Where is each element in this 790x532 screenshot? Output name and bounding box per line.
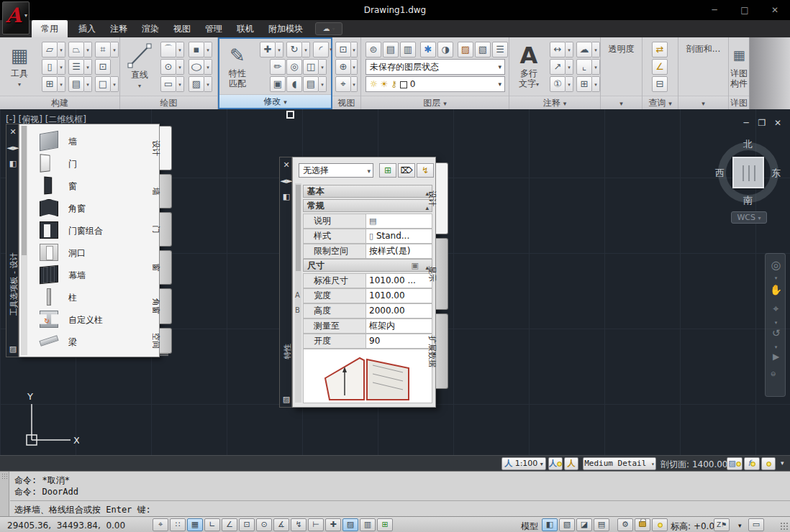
palette-tab-design[interactable]: 设计 xyxy=(160,126,172,170)
array-button[interactable]: ▤ xyxy=(303,76,319,92)
layer-dropdown[interactable]: ☼ ☀ ⚷ 0 ▾ xyxy=(366,76,505,92)
panel-label-detail[interactable]: 详图 xyxy=(729,96,749,109)
toggle-pickadd-button[interactable]: ↯ xyxy=(417,163,434,178)
panel-label-draw[interactable]: 绘图 xyxy=(120,96,217,109)
view-flyout-3[interactable]: ▾ xyxy=(351,76,358,92)
viewport-close-icon[interactable]: ✕ xyxy=(771,118,784,128)
arc-button[interactable]: ⌒ xyxy=(160,42,176,58)
section-general[interactable]: 常规▴ xyxy=(303,199,432,212)
properties-tab-display[interactable]: 显示 xyxy=(436,238,448,310)
palette-close-icon[interactable]: ✕ xyxy=(6,127,19,137)
roof-flyout[interactable]: ▾ xyxy=(84,42,92,58)
window-flyout[interactable]: ▾ xyxy=(58,76,65,92)
row-description[interactable]: 说明 ▤ xyxy=(303,214,432,229)
viewcube-west[interactable]: 西 xyxy=(715,167,725,180)
layer-key-overrides-toggle[interactable]: f xyxy=(744,457,760,470)
panel-label-layers[interactable]: 图层 ▾ xyxy=(361,96,509,109)
circle-button[interactable]: ⊙ xyxy=(160,59,176,75)
connect-cloud-button[interactable]: ☁ ▾ xyxy=(315,22,342,35)
point-flyout[interactable]: ▾ xyxy=(204,42,212,58)
layer-walk-button[interactable]: ▧ xyxy=(475,42,491,58)
panel-label-view[interactable]: 视图 xyxy=(332,96,360,109)
quick-properties-toggle[interactable]: ⊞ xyxy=(377,518,393,531)
quick-view-drawings-button[interactable]: ▤ xyxy=(594,518,609,531)
layer-off-button[interactable]: ◑ xyxy=(437,42,453,58)
tool-door-window-assembly[interactable]: 门窗组合 xyxy=(31,219,158,242)
section-title[interactable]: 剖面和... xyxy=(678,43,728,55)
drawing-canvas[interactable]: [-] [俯视] [二维线框] ─ ❐ ✕ 北 西 东 南 WCS ▾ ◎ ▾ … xyxy=(0,109,790,455)
mass-element-button[interactable]: □ xyxy=(95,76,111,92)
minimize-button[interactable]: ─ xyxy=(705,4,724,16)
crosshair-toggle[interactable]: ✚ xyxy=(325,518,341,531)
stairs-flyout[interactable]: ▾ xyxy=(84,59,92,75)
quick-view-layouts-button[interactable]: ◪ xyxy=(576,518,592,531)
toolbar-lock-button[interactable] xyxy=(635,518,650,531)
tool-beam[interactable]: 梁 xyxy=(31,331,158,353)
column-grid-flyout[interactable]: ▾ xyxy=(111,42,119,58)
coordinates-readout[interactable]: 29405.36, 34493.84, 0.00 xyxy=(7,520,125,531)
panel-label-annotate[interactable]: 注释 ▾ xyxy=(509,96,600,109)
wcs-dropdown[interactable]: WCS ▾ xyxy=(731,211,767,224)
panel-label-transparency[interactable]: ▾ xyxy=(601,96,642,109)
3d-mirror-button[interactable]: ▣ xyxy=(270,76,286,92)
transparency-title[interactable]: 透明度 xyxy=(601,43,642,55)
application-menu-button[interactable]: A ▾ xyxy=(2,1,29,35)
maximize-button[interactable]: □ xyxy=(735,4,754,16)
multileader-button[interactable]: ⌞ xyxy=(576,59,592,75)
isolate-objects-toggle[interactable] xyxy=(761,457,776,470)
palette-tab-walls[interactable]: 墙 xyxy=(160,174,172,208)
curtain-wall-flyout[interactable]: ▾ xyxy=(84,76,92,92)
tab-insert[interactable]: 插入 xyxy=(69,20,105,37)
column-grid-button[interactable]: ⌗ xyxy=(95,42,111,58)
palette-tab-corner-windows[interactable]: 角窗 xyxy=(160,288,172,324)
row-standard-size[interactable]: 标准尺寸 1010.00 ... xyxy=(303,273,432,288)
quick-select-button[interactable]: ⊞ xyxy=(379,163,396,178)
table-button[interactable]: ⊞ xyxy=(576,76,592,92)
navigation-wheel-icon[interactable]: ◎ xyxy=(766,258,786,272)
layout-tab-button[interactable]: ▧ xyxy=(559,518,575,531)
orbit-icon[interactable]: ↺ xyxy=(766,327,786,339)
quick-calc-button[interactable]: ⊟ xyxy=(652,76,668,92)
layer-match-button[interactable]: ▤ xyxy=(383,42,399,58)
zoom-flyout-icon[interactable]: ▾ xyxy=(766,320,786,326)
view-flyout-1[interactable]: ▾ xyxy=(351,42,358,58)
measure-distance-button[interactable]: ⇄ xyxy=(652,42,668,58)
replace-z-button[interactable]: Z⚑ xyxy=(714,518,730,531)
layer-previous-button[interactable]: ▥ xyxy=(400,42,416,58)
navbar-options-icon[interactable]: ⊖ xyxy=(763,370,784,377)
rotate-button[interactable]: ↻ xyxy=(286,42,302,58)
workspace-switching-button[interactable]: ⚙ xyxy=(617,518,633,531)
rotate-flyout[interactable]: ▾ xyxy=(302,42,310,58)
numbering-flyout[interactable]: ▾ xyxy=(566,76,573,92)
clean-screen-button[interactable]: ▭ xyxy=(748,518,764,531)
tool-corner-window[interactable]: 角窗 xyxy=(31,197,158,219)
hatch-flyout[interactable]: ▾ xyxy=(204,76,212,92)
angle-snap-toggle[interactable]: ∡ xyxy=(273,518,289,531)
leader-flyout[interactable]: ▾ xyxy=(566,59,573,75)
elevation-readout[interactable]: 标高: +0.00 xyxy=(671,520,720,532)
leader-button[interactable]: ↗ xyxy=(550,59,566,75)
close-button[interactable]: ✕ xyxy=(766,4,784,16)
offset-button[interactable]: ◖ xyxy=(286,76,302,92)
row-width[interactable]: A 宽度 1010.00 xyxy=(303,288,432,303)
rectangle-flyout[interactable]: ▾ xyxy=(176,76,184,92)
viewcube-south[interactable]: 南 xyxy=(743,194,753,207)
panel-label-section[interactable]: ▾ xyxy=(678,96,728,109)
section-basic[interactable]: 基本▴ xyxy=(303,185,432,198)
command-window-grip[interactable] xyxy=(0,472,9,517)
dimension-button[interactable]: ↔ xyxy=(550,42,566,58)
select-objects-button[interactable]: ⌦ xyxy=(398,163,415,178)
palette-autohide-icon[interactable]: ◄► xyxy=(6,143,19,152)
zoom-extents-button[interactable]: ⌖ xyxy=(335,76,351,92)
tool-door[interactable]: 门 xyxy=(31,152,158,175)
dimension-flyout[interactable]: ▾ xyxy=(566,42,573,58)
panel-label-modify[interactable]: 修改 ▾ xyxy=(219,94,331,108)
tool-curtain-wall[interactable]: 幕墙 xyxy=(31,264,158,286)
rectangle-button[interactable]: ▭ xyxy=(160,76,176,92)
snap-mode-toggle[interactable]: ⌖ xyxy=(153,518,168,531)
palette-tab-spaces[interactable]: 空间 xyxy=(160,328,172,354)
tab-home[interactable]: 常用 xyxy=(32,20,68,37)
wall-flyout[interactable]: ▾ xyxy=(58,42,65,58)
mtext-button[interactable]: A 多行文字▾ xyxy=(512,40,545,95)
hatch-button[interactable]: ▨ xyxy=(189,76,204,92)
